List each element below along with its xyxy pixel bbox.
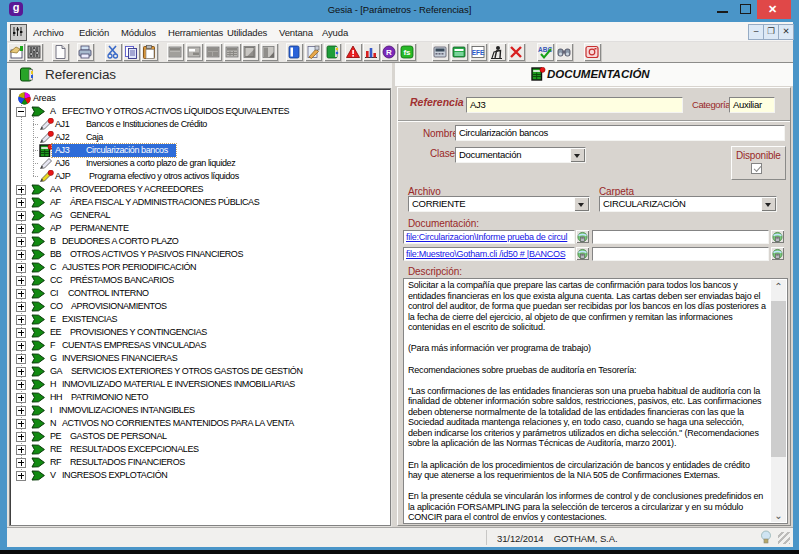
svg-text:R: R (386, 48, 392, 57)
svg-text:EFE: EFE (472, 49, 485, 56)
svg-text:fs: fs (403, 48, 411, 57)
